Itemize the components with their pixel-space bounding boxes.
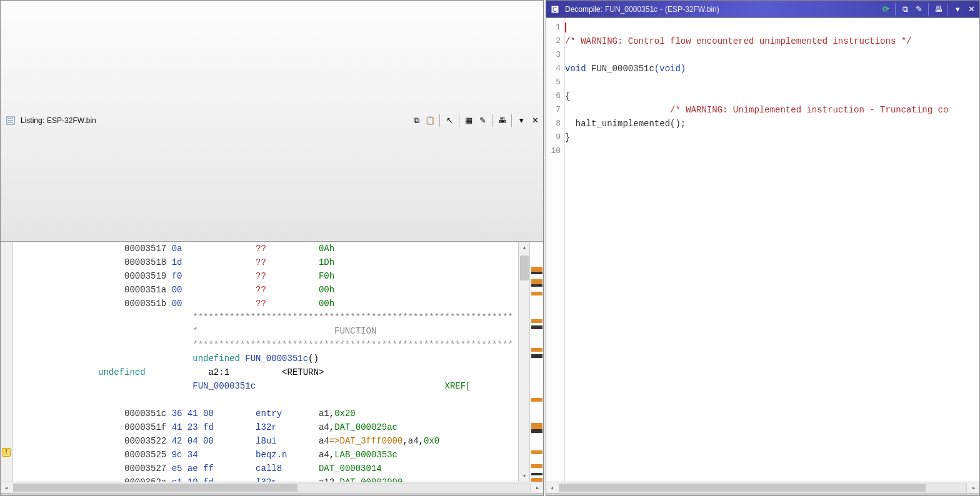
listing-title-prefix: Listing: bbox=[21, 114, 44, 127]
copy-icon: ⧉ bbox=[902, 4, 908, 14]
printer-icon: 🖶 bbox=[934, 4, 942, 14]
decompile-func-name: FUN_0000351c bbox=[605, 5, 658, 14]
listing-panel: Listing: ESP-32FW.bin ⧉ 📋 ↖ ▦ ✎ 🖶 ▾ ✕ ! … bbox=[0, 0, 544, 496]
decompiled-code[interactable]: /* WARNING: Control flow encountered uni… bbox=[565, 18, 979, 482]
listing-titlebar: Listing: ESP-32FW.bin ⧉ 📋 ↖ ▦ ✎ 🖶 ▾ ✕ bbox=[1, 1, 543, 242]
refresh-button[interactable]: ⟳ bbox=[879, 2, 892, 16]
chevron-down-icon: ▾ bbox=[519, 114, 524, 127]
menu-button[interactable]: ▾ bbox=[514, 114, 528, 127]
printer-icon: 🖶 bbox=[498, 114, 506, 127]
decompile-filename: (ESP-32FW.bin) bbox=[665, 5, 719, 14]
edit-icon: ✎ bbox=[916, 4, 922, 14]
marker-gutter: ! ! ! ! ! bbox=[1, 242, 13, 482]
line-number: 9 bbox=[546, 131, 561, 144]
warning-marker[interactable]: ! bbox=[2, 448, 11, 457]
line-number: 1 bbox=[546, 21, 561, 34]
line-number: 2 bbox=[546, 34, 561, 48]
scroll-thumb[interactable] bbox=[520, 255, 529, 280]
copy-button[interactable]: ⧉ bbox=[898, 2, 912, 16]
scroll-up-arrow[interactable]: ▴ bbox=[519, 242, 530, 253]
edit-button[interactable]: ✎ bbox=[912, 2, 926, 16]
edit-icon: ✎ bbox=[479, 114, 486, 127]
table-icon: ▦ bbox=[465, 114, 472, 127]
decompile-sep: - bbox=[660, 5, 662, 14]
close-button[interactable]: ✕ bbox=[528, 114, 542, 127]
line-number: 5 bbox=[546, 76, 561, 89]
scroll-left-arrow[interactable]: ◂ bbox=[1, 482, 12, 494]
vertical-scrollbar[interactable]: ▴ ▾ bbox=[518, 242, 529, 482]
field-edit-button[interactable]: ✎ bbox=[476, 114, 489, 127]
close-icon: ✕ bbox=[968, 4, 975, 14]
copy-icon: ⧉ bbox=[414, 114, 419, 127]
hscroll-thumb[interactable] bbox=[14, 484, 298, 492]
listing-filename: ESP-32FW.bin bbox=[47, 114, 96, 127]
table-view-button[interactable]: ▦ bbox=[462, 114, 476, 127]
print-button[interactable]: 🖶 bbox=[931, 2, 945, 16]
menu-button[interactable]: ▾ bbox=[951, 2, 964, 16]
horizontal-scrollbar[interactable]: ◂ ▸ bbox=[546, 482, 979, 493]
decompile-titlebar: C Decompile: FUN_0000351c - (ESP-32FW.bi… bbox=[546, 1, 979, 18]
copy-button[interactable]: ⧉ bbox=[409, 114, 423, 127]
print-button[interactable]: 🖶 bbox=[495, 114, 509, 127]
line-number: 4 bbox=[546, 62, 561, 76]
line-number: 6 bbox=[546, 89, 561, 103]
listing-icon bbox=[6, 116, 16, 126]
scroll-right-arrow[interactable]: ▸ bbox=[532, 482, 543, 494]
scroll-left-arrow[interactable]: ◂ bbox=[546, 482, 558, 494]
hscroll-thumb[interactable] bbox=[559, 484, 926, 492]
line-number: 7 bbox=[546, 103, 561, 117]
branch-gutter bbox=[13, 242, 69, 482]
paste-button[interactable]: 📋 bbox=[423, 114, 437, 127]
horizontal-scrollbar[interactable]: ◂ ▸ bbox=[1, 482, 543, 493]
scroll-down-arrow[interactable]: ▾ bbox=[519, 470, 530, 482]
cursor-mode-button[interactable]: ↖ bbox=[442, 114, 456, 127]
paste-icon: 📋 bbox=[425, 114, 435, 127]
line-number-gutter: 12345678910 bbox=[546, 18, 565, 482]
assembly-listing[interactable]: 00003517 0a ?? 0Ah 00003518 1d ?? 1Dh 00… bbox=[69, 242, 518, 482]
decompile-body: 12345678910 /* WARNING: Control flow enc… bbox=[546, 18, 979, 482]
decompile-icon: C bbox=[550, 4, 560, 14]
chevron-down-icon: ▾ bbox=[956, 4, 960, 14]
listing-body: ! ! ! ! ! 00003517 0a ?? 0Ah 00003518 1d… bbox=[1, 242, 543, 482]
decompile-title-prefix: Decompile: bbox=[565, 5, 602, 14]
close-button[interactable]: ✕ bbox=[964, 2, 978, 16]
decompile-panel: C Decompile: FUN_0000351c - (ESP-32FW.bi… bbox=[546, 0, 980, 496]
cursor-icon: ↖ bbox=[446, 114, 453, 127]
line-number: 10 bbox=[546, 144, 561, 158]
svg-text:C: C bbox=[552, 6, 557, 13]
line-number: 8 bbox=[546, 117, 561, 131]
scroll-right-arrow[interactable]: ▸ bbox=[968, 482, 979, 494]
overview-ruler[interactable] bbox=[529, 242, 543, 482]
close-icon: ✕ bbox=[532, 114, 539, 127]
refresh-icon: ⟳ bbox=[882, 4, 889, 14]
line-number: 3 bbox=[546, 48, 561, 62]
